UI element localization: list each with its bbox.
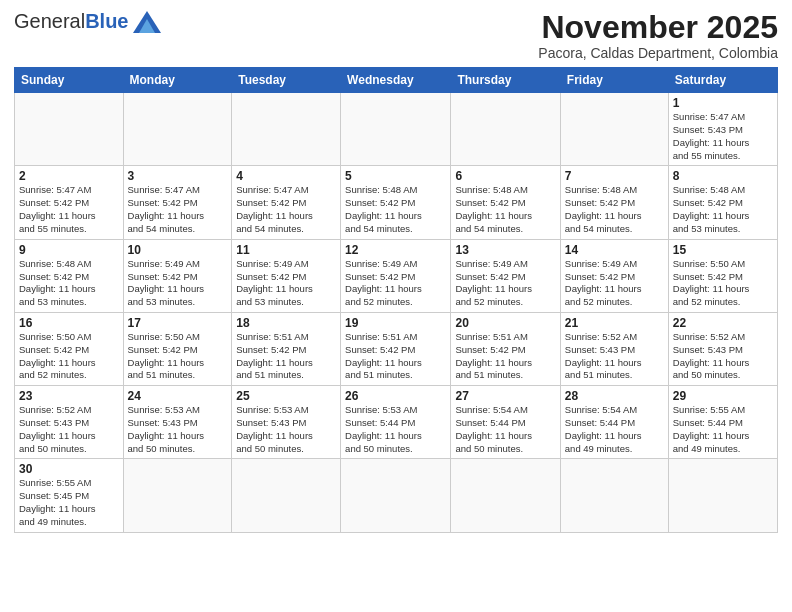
calendar-cell: 3Sunrise: 5:47 AM Sunset: 5:42 PM Daylig…	[123, 166, 232, 239]
calendar-cell: 13Sunrise: 5:49 AM Sunset: 5:42 PM Dayli…	[451, 239, 560, 312]
day-number: 3	[128, 169, 228, 183]
calendar-cell: 18Sunrise: 5:51 AM Sunset: 5:42 PM Dayli…	[232, 312, 341, 385]
calendar-cell: 7Sunrise: 5:48 AM Sunset: 5:42 PM Daylig…	[560, 166, 668, 239]
header-sunday: Sunday	[15, 68, 124, 93]
day-info: Sunrise: 5:48 AM Sunset: 5:42 PM Dayligh…	[345, 184, 446, 235]
calendar-cell: 24Sunrise: 5:53 AM Sunset: 5:43 PM Dayli…	[123, 386, 232, 459]
calendar-week-2: 9Sunrise: 5:48 AM Sunset: 5:42 PM Daylig…	[15, 239, 778, 312]
calendar-cell	[451, 459, 560, 532]
calendar-cell: 12Sunrise: 5:49 AM Sunset: 5:42 PM Dayli…	[341, 239, 451, 312]
calendar-cell: 11Sunrise: 5:49 AM Sunset: 5:42 PM Dayli…	[232, 239, 341, 312]
day-info: Sunrise: 5:54 AM Sunset: 5:44 PM Dayligh…	[565, 404, 664, 455]
calendar-cell: 4Sunrise: 5:47 AM Sunset: 5:42 PM Daylig…	[232, 166, 341, 239]
calendar-cell	[451, 93, 560, 166]
calendar-cell: 9Sunrise: 5:48 AM Sunset: 5:42 PM Daylig…	[15, 239, 124, 312]
location-subtitle: Pacora, Caldas Department, Colombia	[538, 45, 778, 61]
day-info: Sunrise: 5:55 AM Sunset: 5:44 PM Dayligh…	[673, 404, 773, 455]
day-number: 8	[673, 169, 773, 183]
day-info: Sunrise: 5:47 AM Sunset: 5:42 PM Dayligh…	[236, 184, 336, 235]
header: GeneralBlue November 2025 Pacora, Caldas…	[14, 10, 778, 61]
day-info: Sunrise: 5:50 AM Sunset: 5:42 PM Dayligh…	[19, 331, 119, 382]
calendar-cell: 1Sunrise: 5:47 AM Sunset: 5:43 PM Daylig…	[668, 93, 777, 166]
day-info: Sunrise: 5:55 AM Sunset: 5:45 PM Dayligh…	[19, 477, 119, 528]
day-number: 18	[236, 316, 336, 330]
day-info: Sunrise: 5:51 AM Sunset: 5:42 PM Dayligh…	[345, 331, 446, 382]
day-number: 23	[19, 389, 119, 403]
calendar-cell	[15, 93, 124, 166]
calendar-cell	[232, 459, 341, 532]
calendar-week-5: 30Sunrise: 5:55 AM Sunset: 5:45 PM Dayli…	[15, 459, 778, 532]
calendar-cell	[668, 459, 777, 532]
day-info: Sunrise: 5:52 AM Sunset: 5:43 PM Dayligh…	[673, 331, 773, 382]
day-number: 25	[236, 389, 336, 403]
calendar-week-3: 16Sunrise: 5:50 AM Sunset: 5:42 PM Dayli…	[15, 312, 778, 385]
header-saturday: Saturday	[668, 68, 777, 93]
calendar-cell: 21Sunrise: 5:52 AM Sunset: 5:43 PM Dayli…	[560, 312, 668, 385]
calendar-cell: 29Sunrise: 5:55 AM Sunset: 5:44 PM Dayli…	[668, 386, 777, 459]
calendar-cell: 16Sunrise: 5:50 AM Sunset: 5:42 PM Dayli…	[15, 312, 124, 385]
day-info: Sunrise: 5:53 AM Sunset: 5:43 PM Dayligh…	[128, 404, 228, 455]
day-number: 15	[673, 243, 773, 257]
header-monday: Monday	[123, 68, 232, 93]
calendar-table: Sunday Monday Tuesday Wednesday Thursday…	[14, 67, 778, 533]
day-number: 2	[19, 169, 119, 183]
day-number: 7	[565, 169, 664, 183]
day-number: 30	[19, 462, 119, 476]
day-info: Sunrise: 5:48 AM Sunset: 5:42 PM Dayligh…	[455, 184, 555, 235]
day-info: Sunrise: 5:47 AM Sunset: 5:42 PM Dayligh…	[128, 184, 228, 235]
calendar-cell: 25Sunrise: 5:53 AM Sunset: 5:43 PM Dayli…	[232, 386, 341, 459]
day-info: Sunrise: 5:49 AM Sunset: 5:42 PM Dayligh…	[565, 258, 664, 309]
calendar-cell	[560, 93, 668, 166]
calendar-cell	[123, 459, 232, 532]
day-number: 11	[236, 243, 336, 257]
calendar-cell	[341, 93, 451, 166]
day-info: Sunrise: 5:48 AM Sunset: 5:42 PM Dayligh…	[565, 184, 664, 235]
header-wednesday: Wednesday	[341, 68, 451, 93]
day-number: 16	[19, 316, 119, 330]
calendar-cell	[232, 93, 341, 166]
day-number: 12	[345, 243, 446, 257]
title-block: November 2025 Pacora, Caldas Department,…	[538, 10, 778, 61]
day-number: 24	[128, 389, 228, 403]
day-info: Sunrise: 5:49 AM Sunset: 5:42 PM Dayligh…	[128, 258, 228, 309]
calendar-cell: 20Sunrise: 5:51 AM Sunset: 5:42 PM Dayli…	[451, 312, 560, 385]
day-number: 28	[565, 389, 664, 403]
calendar-week-1: 2Sunrise: 5:47 AM Sunset: 5:42 PM Daylig…	[15, 166, 778, 239]
day-info: Sunrise: 5:47 AM Sunset: 5:43 PM Dayligh…	[673, 111, 773, 162]
calendar-cell: 28Sunrise: 5:54 AM Sunset: 5:44 PM Dayli…	[560, 386, 668, 459]
calendar-cell: 17Sunrise: 5:50 AM Sunset: 5:42 PM Dayli…	[123, 312, 232, 385]
day-info: Sunrise: 5:50 AM Sunset: 5:42 PM Dayligh…	[128, 331, 228, 382]
day-info: Sunrise: 5:52 AM Sunset: 5:43 PM Dayligh…	[19, 404, 119, 455]
calendar-cell: 30Sunrise: 5:55 AM Sunset: 5:45 PM Dayli…	[15, 459, 124, 532]
day-info: Sunrise: 5:51 AM Sunset: 5:42 PM Dayligh…	[455, 331, 555, 382]
day-info: Sunrise: 5:49 AM Sunset: 5:42 PM Dayligh…	[455, 258, 555, 309]
calendar-cell: 26Sunrise: 5:53 AM Sunset: 5:44 PM Dayli…	[341, 386, 451, 459]
logo: GeneralBlue	[14, 10, 161, 33]
day-number: 1	[673, 96, 773, 110]
logo-icon	[133, 11, 161, 33]
day-info: Sunrise: 5:47 AM Sunset: 5:42 PM Dayligh…	[19, 184, 119, 235]
day-number: 4	[236, 169, 336, 183]
calendar-cell: 5Sunrise: 5:48 AM Sunset: 5:42 PM Daylig…	[341, 166, 451, 239]
calendar-cell: 14Sunrise: 5:49 AM Sunset: 5:42 PM Dayli…	[560, 239, 668, 312]
day-info: Sunrise: 5:48 AM Sunset: 5:42 PM Dayligh…	[673, 184, 773, 235]
header-tuesday: Tuesday	[232, 68, 341, 93]
day-number: 9	[19, 243, 119, 257]
calendar-cell: 27Sunrise: 5:54 AM Sunset: 5:44 PM Dayli…	[451, 386, 560, 459]
header-friday: Friday	[560, 68, 668, 93]
day-number: 27	[455, 389, 555, 403]
day-number: 6	[455, 169, 555, 183]
day-info: Sunrise: 5:53 AM Sunset: 5:43 PM Dayligh…	[236, 404, 336, 455]
day-info: Sunrise: 5:52 AM Sunset: 5:43 PM Dayligh…	[565, 331, 664, 382]
month-title: November 2025	[538, 10, 778, 45]
day-info: Sunrise: 5:48 AM Sunset: 5:42 PM Dayligh…	[19, 258, 119, 309]
day-number: 26	[345, 389, 446, 403]
day-info: Sunrise: 5:49 AM Sunset: 5:42 PM Dayligh…	[345, 258, 446, 309]
day-number: 19	[345, 316, 446, 330]
calendar-cell	[341, 459, 451, 532]
day-info: Sunrise: 5:49 AM Sunset: 5:42 PM Dayligh…	[236, 258, 336, 309]
day-number: 13	[455, 243, 555, 257]
page: GeneralBlue November 2025 Pacora, Caldas…	[0, 0, 792, 612]
day-number: 20	[455, 316, 555, 330]
day-number: 5	[345, 169, 446, 183]
